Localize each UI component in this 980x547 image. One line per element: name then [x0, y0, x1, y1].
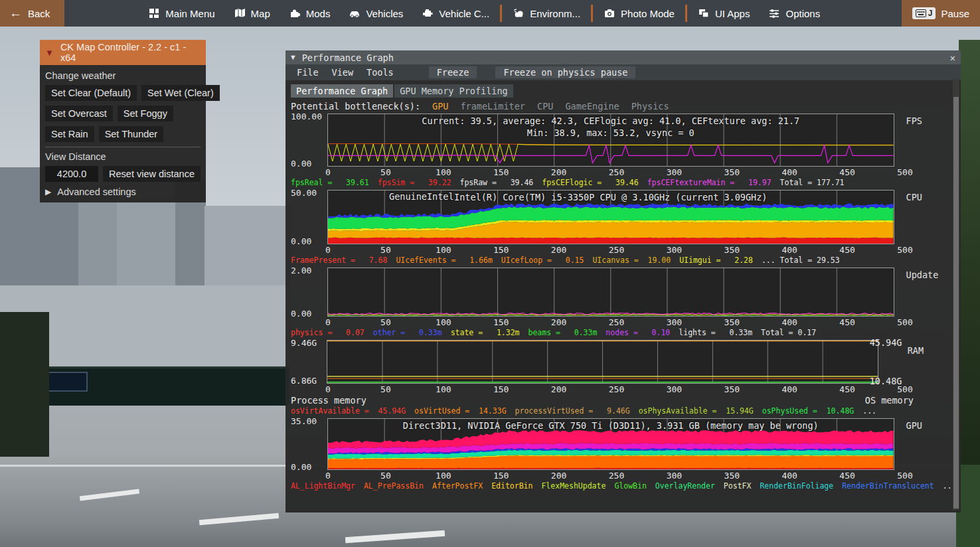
ck-map-controller-window: ▼ CK Map Controller - 2.2 - c1 - x64 Cha…	[40, 40, 206, 202]
fps-section: 100.00 0.00 Current: 39.5, average: 42.3…	[286, 114, 961, 188]
perf-tabs: Performance Graph GPU Memory Profiling	[291, 84, 961, 98]
ram-section: 9.46G 6.86G 45.94G 10.48G RAM 0501001502…	[286, 340, 961, 416]
scrollbar-thumb[interactable]	[953, 97, 959, 508]
x-tick-label: 300	[667, 245, 682, 255]
legend-entry: fpsCEFtextureMain = 19.97	[647, 178, 772, 187]
menu-view[interactable]: View	[326, 66, 360, 78]
city-skyline	[117, 199, 177, 299]
menu-item-map[interactable]: Map	[224, 0, 280, 27]
advanced-settings-label: Advanced settings	[57, 187, 136, 197]
y-min-label: 0.00	[291, 236, 311, 246]
close-icon[interactable]: ✕	[950, 52, 955, 63]
legend-entry: FlexMeshUpdate	[541, 481, 606, 491]
x-tick-label: 500	[897, 471, 912, 481]
x-tick-label: 150	[493, 317, 509, 327]
x-tick-label: 400	[781, 471, 797, 481]
x-tick-label: 350	[724, 384, 740, 394]
y-max-label: 50.00	[291, 188, 317, 198]
x-tick-label: 100	[436, 384, 451, 394]
perf-title-bar[interactable]: ▼ Performance Graph ✕	[286, 50, 961, 64]
set-clear-button[interactable]: Set Clear (Default)	[45, 85, 137, 101]
perf-window-title: Performance Graph	[302, 52, 394, 63]
legend-entry: FramePresent = 7.68	[291, 256, 387, 265]
menu-tools[interactable]: Tools	[361, 66, 400, 78]
freeze-on-physics-pause-button[interactable]: Freeze on physics pause	[495, 66, 635, 78]
ram-plot	[327, 340, 878, 384]
x-tick-label: 0	[325, 471, 331, 481]
x-tick-label: 200	[551, 471, 566, 481]
legend-entry: beams = 0.33m	[529, 328, 598, 337]
ram-legend: osVirtAvailable = 45.94GosVirtUsed = 14.…	[291, 406, 961, 416]
reset-view-distance-button[interactable]: Reset view distance	[103, 166, 201, 182]
camera-icon	[604, 7, 615, 19]
menu-item-vehicles[interactable]: Vehicles	[339, 0, 412, 27]
legend-entry: ... Total = 29.53	[762, 256, 840, 265]
legend-entry: other = 0.33m	[373, 328, 442, 337]
menu-item-main-menu[interactable]: Main Menu	[139, 0, 224, 27]
x-tick-label: 50	[380, 384, 391, 394]
tab-performance-graph[interactable]: Performance Graph	[291, 84, 393, 98]
x-tick-label: 400	[781, 384, 797, 394]
scrollbar-track[interactable]	[953, 78, 959, 510]
x-tick-label: 100	[436, 245, 451, 255]
pause-button[interactable]: J Pause	[902, 0, 980, 27]
menu-item-mods[interactable]: Mods	[280, 0, 340, 27]
legend-entry: UIcanvas = 19.00	[592, 256, 671, 265]
top-menu-bar: ← Back Main Menu Map Mods Vehicles V	[0, 0, 980, 27]
collapse-triangle-icon[interactable]: ▼	[291, 53, 295, 62]
bottleneck-framelimiter: frameLimiter	[460, 101, 525, 112]
cpu-x-ticks: 050100150200250300350400450500	[328, 244, 905, 255]
update-x-ticks: 050100150200250300350400450500	[328, 317, 905, 327]
menu-file[interactable]: File	[291, 66, 325, 78]
fps-legend: fpsReal = 39.61fpsSim = 39.22fpsRaw = 39…	[291, 178, 961, 188]
legend-entry: fpsSim = 39.22	[378, 178, 451, 187]
ck-window-body: Change weather Set Clear (Default) Set W…	[40, 65, 206, 202]
x-tick-label: 400	[781, 245, 797, 255]
os-memory-label: OS memory	[865, 395, 914, 406]
x-tick-label: 450	[839, 167, 855, 177]
menu-item-label: Vehicle C...	[439, 8, 489, 19]
set-rain-button[interactable]: Set Rain	[45, 126, 94, 142]
x-tick-label: 500	[897, 245, 912, 255]
collapse-triangle-icon[interactable]: ▼	[45, 48, 54, 58]
ram-label: RAM	[908, 345, 924, 356]
bottleneck-gameengine: GameEngine	[565, 101, 619, 112]
fps-label: FPS	[906, 116, 922, 126]
legend-entry: OverlayRender	[655, 481, 715, 491]
menu-item-photo-mode[interactable]: Photo Mode	[594, 0, 684, 27]
x-tick-label: 50	[380, 167, 391, 177]
set-thunder-button[interactable]: Set Thunder	[99, 126, 164, 142]
x-tick-label: 300	[667, 317, 682, 327]
legend-entry: AfterPostFX	[432, 481, 483, 491]
update-plot	[327, 268, 894, 317]
expand-triangle-icon: ▶	[45, 187, 51, 196]
x-tick-label: 350	[724, 317, 740, 327]
legend-entry: nodes = 0.10	[606, 328, 670, 337]
tab-gpu-memory-profiling[interactable]: GPU Memory Profiling	[394, 84, 513, 98]
menu-item-vehicle-config[interactable]: Vehicle C...	[412, 0, 499, 27]
gpu-right-gutter: GPU	[894, 418, 961, 470]
right-trees	[959, 40, 980, 465]
pause-key-label: J	[928, 9, 933, 18]
view-distance-input[interactable]: 4200.0	[45, 166, 98, 182]
legend-entry: processVirtUsed = 9.46G	[515, 406, 630, 416]
screen: ← Back Main Menu Map Mods Vehicles V	[0, 0, 980, 547]
y-max-label: 35.00	[291, 416, 317, 426]
ck-title-bar[interactable]: ▼ CK Map Controller - 2.2 - c1 - x64	[40, 40, 206, 65]
y-min-label: 0.00	[291, 159, 311, 169]
set-overcast-button[interactable]: Set Overcast	[45, 106, 113, 121]
menu-item-options[interactable]: Options	[759, 0, 829, 27]
menu-item-environment[interactable]: Environm...	[503, 0, 590, 27]
advanced-settings-toggle[interactable]: ▶ Advanced settings	[45, 187, 201, 197]
set-foggy-button[interactable]: Set Foggy	[118, 106, 173, 121]
menu-item-label: Photo Mode	[621, 8, 675, 19]
freeze-button[interactable]: Freeze	[429, 66, 477, 78]
cpu-name-overlay: Intel(R) Core(TM) i5-3350P CPU @ 3.10GHz…	[328, 191, 894, 203]
menu-item-ui-apps[interactable]: UI Apps	[689, 0, 760, 27]
legend-entry: osVirtUsed = 14.33G	[414, 406, 506, 416]
x-tick-label: 250	[609, 317, 624, 327]
legend-entry: physics = 0.07	[291, 328, 365, 337]
update-label: Update	[906, 270, 939, 280]
set-wet-button[interactable]: Set Wet (Clear)	[141, 85, 220, 101]
back-button[interactable]: ← Back	[0, 0, 64, 27]
